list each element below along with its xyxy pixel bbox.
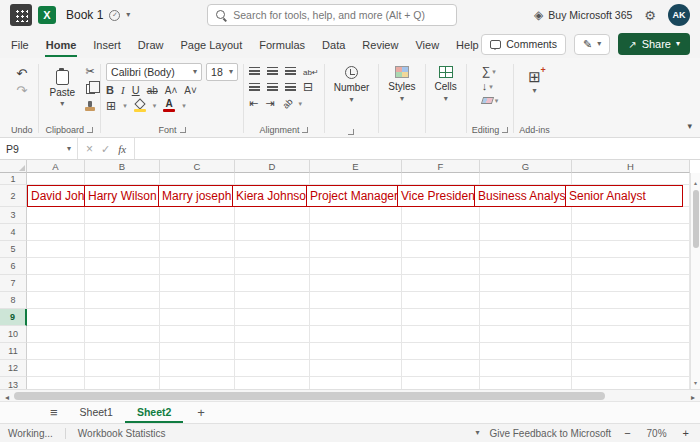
row-header[interactable]: 6 xyxy=(0,258,27,275)
grid-cell[interactable] xyxy=(402,309,480,326)
grid-cell[interactable] xyxy=(310,292,402,309)
horizontal-scroll-track[interactable] xyxy=(14,392,686,400)
editing-mode-button[interactable] xyxy=(574,34,610,55)
grid-cell[interactable] xyxy=(402,224,480,241)
grid-cell[interactable] xyxy=(160,377,235,389)
decrease-indent-button[interactable] xyxy=(249,97,258,109)
grid-cell[interactable] xyxy=(480,207,572,224)
grid-cell[interactable] xyxy=(402,326,480,343)
grid-cell[interactable] xyxy=(310,258,402,275)
grid-cell[interactable] xyxy=(85,241,160,258)
grid-cell[interactable] xyxy=(402,377,480,389)
grid-cell[interactable] xyxy=(480,377,572,389)
grid-cell[interactable] xyxy=(235,275,310,292)
chevron-down-icon[interactable] xyxy=(123,102,127,109)
column-header[interactable]: E xyxy=(310,160,402,173)
grid-cell[interactable] xyxy=(572,309,690,326)
grid-cell[interactable] xyxy=(27,207,85,224)
borders-button[interactable] xyxy=(106,100,116,112)
sheet-list-button[interactable] xyxy=(50,405,58,420)
ribbon-tab[interactable]: Draw xyxy=(137,32,165,57)
save-status-icon[interactable] xyxy=(109,10,120,21)
grid-cell[interactable] xyxy=(27,360,85,377)
data-cell[interactable]: Marry joseph xyxy=(158,185,233,207)
grid-cell[interactable] xyxy=(85,292,160,309)
clipboard-dialog-launcher[interactable] xyxy=(87,127,93,133)
horizontal-scroll-thumb[interactable] xyxy=(14,392,605,400)
grid-cell[interactable] xyxy=(480,258,572,275)
comments-button[interactable]: Comments xyxy=(481,34,566,55)
row-header[interactable]: 2 xyxy=(0,185,27,207)
grid-cell[interactable] xyxy=(27,241,85,258)
paste-button[interactable]: Paste xyxy=(44,65,82,110)
redo-button[interactable] xyxy=(16,84,27,97)
sheet-tab[interactable]: Sheet1 xyxy=(68,402,125,423)
grid-cell[interactable] xyxy=(160,258,235,275)
ribbon-tab[interactable]: Home xyxy=(45,32,78,57)
grid-cell[interactable] xyxy=(572,258,690,275)
ribbon-tab[interactable]: Insert xyxy=(92,32,122,57)
name-box[interactable]: P9 xyxy=(0,138,78,159)
scroll-left-arrow[interactable] xyxy=(5,390,9,402)
search-input[interactable] xyxy=(233,9,448,21)
grid-cell[interactable] xyxy=(160,207,235,224)
align-middle-button[interactable] xyxy=(267,67,278,75)
font-size-select[interactable]: 18 xyxy=(206,63,238,81)
grid-cell[interactable] xyxy=(310,326,402,343)
decrease-font-size-button[interactable] xyxy=(184,84,197,96)
row-header[interactable]: 10 xyxy=(0,326,27,343)
wrap-text-button[interactable] xyxy=(303,65,319,77)
grid-cell[interactable] xyxy=(235,292,310,309)
increase-font-size-button[interactable] xyxy=(165,84,178,96)
grid-cell[interactable] xyxy=(235,173,310,185)
chevron-down-icon[interactable] xyxy=(299,100,303,107)
cut-button[interactable] xyxy=(85,65,94,77)
collapse-ribbon-button[interactable] xyxy=(687,122,692,131)
grid-cell[interactable] xyxy=(27,275,85,292)
grid-cell[interactable] xyxy=(160,224,235,241)
align-right-button[interactable] xyxy=(285,83,296,91)
grid-cell[interactable] xyxy=(160,343,235,360)
grid-cell[interactable] xyxy=(480,241,572,258)
alignment-dialog-launcher[interactable] xyxy=(302,127,308,133)
grid-cell[interactable] xyxy=(480,309,572,326)
zoom-level[interactable]: 70% xyxy=(644,428,670,439)
grid-cell[interactable] xyxy=(27,326,85,343)
grid-cell[interactable] xyxy=(572,343,690,360)
align-bottom-button[interactable] xyxy=(285,67,296,75)
data-cell[interactable]: Business Analyst xyxy=(474,185,566,207)
font-dialog-launcher[interactable] xyxy=(180,127,186,133)
number-dialog-launcher[interactable] xyxy=(348,129,354,135)
increase-indent-button[interactable] xyxy=(265,97,274,109)
grid-cell[interactable] xyxy=(402,343,480,360)
add-ins-button[interactable] xyxy=(524,61,545,95)
row-header[interactable]: 9 xyxy=(0,309,27,326)
grid-cell[interactable] xyxy=(160,360,235,377)
grid-cell[interactable] xyxy=(27,343,85,360)
copy-button[interactable] xyxy=(86,84,95,94)
grid-cell[interactable] xyxy=(480,224,572,241)
grid-cell[interactable] xyxy=(85,343,160,360)
grid-cell[interactable] xyxy=(160,241,235,258)
column-header[interactable]: C xyxy=(160,160,235,173)
add-sheet-button[interactable]: + xyxy=(193,405,209,420)
grid-cell[interactable] xyxy=(402,275,480,292)
grid-cell[interactable] xyxy=(235,309,310,326)
scroll-up-arrow[interactable] xyxy=(694,175,697,187)
grid-cell[interactable] xyxy=(85,173,160,185)
grid-cell[interactable] xyxy=(402,241,480,258)
row-header[interactable]: 8 xyxy=(0,292,27,309)
merge-center-button[interactable] xyxy=(303,81,313,93)
grid-cell[interactable] xyxy=(480,343,572,360)
ribbon-tab[interactable]: File xyxy=(10,32,30,57)
grid-cell[interactable] xyxy=(572,241,690,258)
grid-cell[interactable] xyxy=(235,326,310,343)
font-name-select[interactable]: Calibri (Body) xyxy=(106,63,202,81)
align-center-button[interactable] xyxy=(267,83,278,91)
grid-cell[interactable] xyxy=(310,360,402,377)
grid-cell[interactable] xyxy=(572,207,690,224)
row-header[interactable]: 13 xyxy=(0,377,27,389)
strikethrough-button[interactable] xyxy=(147,84,158,96)
column-header[interactable]: A xyxy=(27,160,85,173)
ribbon-tab[interactable]: Review xyxy=(361,32,399,57)
